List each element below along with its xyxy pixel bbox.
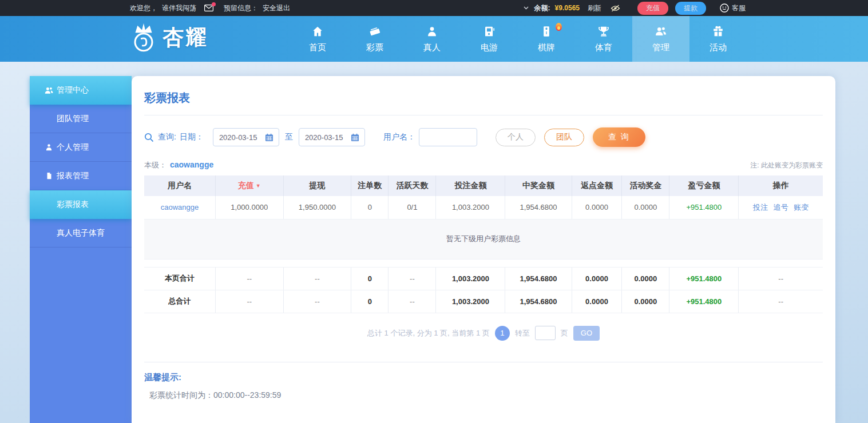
- topbar-right: 余额: ¥9.0565 刷新 充值 提款 客服: [524, 2, 746, 15]
- message-label: 预留信息：: [224, 3, 258, 13]
- nav-label: 电游: [481, 42, 498, 53]
- nav-item-live[interactable]: 真人: [403, 16, 461, 62]
- calendar-icon[interactable]: [265, 133, 274, 142]
- topbar-left: 欢迎您， 谁伴我闯荡 预留信息： 安全退出: [130, 3, 290, 13]
- page-unit-label: 页: [561, 328, 568, 338]
- sidebar-item-live-esports[interactable]: 真人电子体育: [30, 219, 132, 248]
- hot-flame-icon: [556, 23, 562, 31]
- mail-icon[interactable]: [204, 5, 213, 11]
- action-chase-link[interactable]: 追号: [774, 203, 788, 212]
- goto-label: 转至: [515, 328, 530, 338]
- customer-service[interactable]: 客服: [720, 3, 746, 13]
- date-from-box: [213, 128, 279, 146]
- nav-item-egame[interactable]: 电游: [461, 16, 518, 62]
- gift-icon: [711, 25, 725, 38]
- level-info: 本级：caowangge: [144, 160, 213, 170]
- page-total-row: 本页合计 -- -- 0 -- 1,003.2000 1,954.6800 0.…: [144, 267, 823, 290]
- cell-activity-bonus: 0.0000: [622, 196, 669, 219]
- nav-item-activity[interactable]: 活动: [689, 16, 747, 62]
- date-to-input[interactable]: [305, 133, 347, 142]
- col-actions: 操作: [739, 175, 823, 196]
- level-username-link[interactable]: caowangge: [170, 160, 213, 169]
- sidebar-item-team-manage[interactable]: 团队管理: [30, 105, 132, 133]
- sidebar-item-label: 彩票报表: [57, 199, 89, 210]
- col-deposit-sortable[interactable]: 充值▼: [216, 175, 284, 196]
- navbar: 杏耀 首页 彩票 真人 电游: [0, 16, 868, 62]
- trophy-icon: [597, 25, 611, 38]
- cell-withdraw: 1,950.0000: [283, 196, 351, 219]
- empty-state-row: 暂无下级用户彩票信息: [144, 219, 823, 259]
- sidebar-item-personal-manage[interactable]: 个人管理: [30, 133, 132, 162]
- current-page-button[interactable]: 1: [495, 326, 510, 341]
- nav-item-sports[interactable]: 体育: [575, 16, 632, 62]
- personal-button[interactable]: 个人: [496, 129, 536, 146]
- team-button[interactable]: 团队: [544, 129, 584, 146]
- withdraw-button[interactable]: 提款: [675, 2, 706, 15]
- ticket-icon: [368, 25, 382, 38]
- tips-content: 彩票统计时间为：00:00:00--23:59:59: [144, 390, 823, 401]
- action-bet-link[interactable]: 投注: [753, 203, 768, 212]
- goto-page-input[interactable]: [535, 326, 556, 340]
- tips-title: 温馨提示:: [144, 372, 823, 383]
- col-bet-count: 注单数: [351, 175, 389, 196]
- sidebar-item-manage-center[interactable]: 管理中心: [30, 76, 132, 105]
- empty-state-text: 暂无下级用户彩票信息: [144, 219, 823, 259]
- sidebar-item-report-manage[interactable]: 报表管理: [30, 162, 132, 190]
- row-username-link[interactable]: caowangge: [161, 203, 199, 212]
- level-label: 本级：: [144, 161, 167, 169]
- eye-slash-icon[interactable]: [611, 5, 620, 12]
- deposit-button[interactable]: 充值: [637, 2, 668, 15]
- cell-profit: +951.4800: [669, 196, 739, 219]
- search-button[interactable]: 查 询: [593, 127, 645, 147]
- cell-active-days: 0/1: [389, 196, 436, 219]
- nav-item-lottery[interactable]: 彩票: [346, 16, 403, 62]
- account-change-note: 注: 此处账变为彩票账变: [750, 161, 823, 170]
- sidebar-item-lottery-report[interactable]: 彩票报表: [30, 190, 132, 219]
- username-label: 用户名：: [383, 132, 415, 142]
- cell-bet-count: 0: [351, 196, 389, 219]
- page-total-label: 本页合计: [144, 267, 216, 290]
- grand-total-row: 总合计 -- -- 0 -- 1,003.2000 1,954.6800 0.0…: [144, 290, 823, 313]
- cell-rebate: 0.0000: [572, 196, 622, 219]
- action-account-change-link[interactable]: 账变: [794, 203, 808, 212]
- slot-machine-icon: [482, 25, 496, 38]
- refresh-link[interactable]: 刷新: [588, 3, 601, 13]
- table-header-row: 用户名 充值▼ 提现 注单数 活跃天数 投注金额 中奖金额 返点金额 活动奖金 …: [144, 175, 823, 196]
- nav-item-boardgame[interactable]: 棋牌: [518, 16, 575, 62]
- person-icon: [425, 25, 439, 38]
- message-badge: [212, 2, 216, 6]
- nav-item-manage[interactable]: 管理: [632, 16, 689, 62]
- calendar-icon[interactable]: [351, 133, 359, 142]
- grand-total-label: 总合计: [144, 290, 216, 313]
- date-from-input[interactable]: [219, 133, 261, 142]
- sidebar: 管理中心 团队管理 个人管理 报表管理 彩票报表 真人电子体育: [30, 76, 132, 423]
- home-icon: [311, 25, 324, 38]
- sort-desc-icon: ▼: [256, 183, 261, 189]
- document-icon: [44, 171, 54, 180]
- level-row: 本级：caowangge 注: 此处账变为彩票账变: [144, 160, 823, 170]
- chevron-down-icon[interactable]: [524, 6, 529, 10]
- nav-label: 体育: [595, 42, 612, 53]
- logout-link[interactable]: 安全退出: [263, 3, 290, 13]
- nav-menu: 首页 彩票 真人 电游 棋牌: [289, 16, 747, 62]
- nav-item-home[interactable]: 首页: [289, 16, 346, 62]
- go-button[interactable]: GO: [573, 326, 600, 341]
- users-icon: [654, 25, 668, 38]
- crown-logo-icon: [127, 21, 160, 54]
- nav-label: 棋牌: [538, 42, 555, 53]
- search-buttons: 个人 团队 查 询: [496, 127, 645, 147]
- cell-deposit: 1,000.0000: [216, 196, 284, 219]
- nav-label: 管理: [652, 42, 669, 53]
- service-label: 客服: [732, 3, 746, 13]
- report-table: 用户名 充值▼ 提现 注单数 活跃天数 投注金额 中奖金额 返点金额 活动奖金 …: [144, 175, 823, 313]
- username-input[interactable]: [419, 128, 477, 146]
- user-icon: [44, 143, 54, 151]
- smiley-icon: [720, 3, 729, 13]
- username-link[interactable]: 谁伴我闯荡: [162, 3, 196, 13]
- mahjong-icon: [540, 25, 553, 38]
- welcome-label: 欢迎您，: [130, 3, 157, 13]
- nav-label: 彩票: [366, 42, 383, 53]
- logo[interactable]: 杏耀: [127, 21, 208, 54]
- balance-label: 余额:: [534, 3, 550, 13]
- divider: [144, 362, 823, 362]
